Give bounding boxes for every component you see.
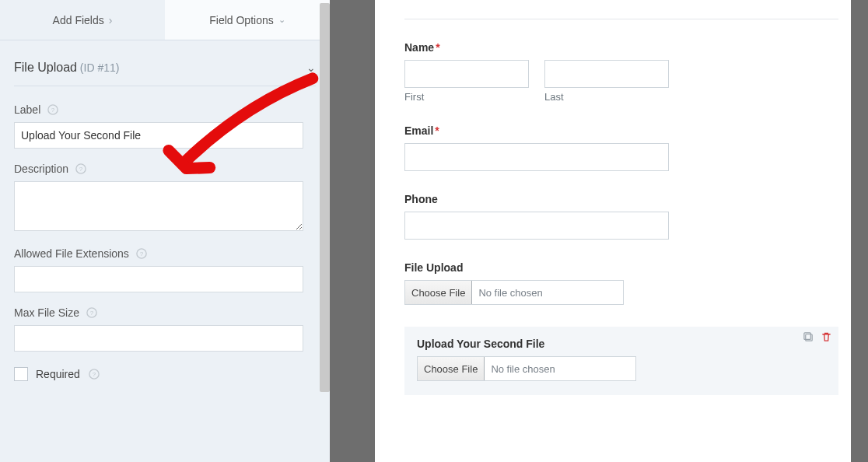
help-icon[interactable]: ? xyxy=(47,103,59,116)
tab-add-fields-label: Add Fields xyxy=(53,14,104,26)
svg-text:?: ? xyxy=(93,371,96,378)
svg-text:?: ? xyxy=(90,310,94,317)
max-size-label: Max File Size xyxy=(14,306,79,319)
help-icon[interactable]: ? xyxy=(86,306,98,319)
form-preview: Name* First Last Email* Phone xyxy=(375,0,868,462)
file2-status: No file chosen xyxy=(485,363,555,375)
group-label: Label ? xyxy=(14,103,316,149)
last-name-input[interactable] xyxy=(544,60,669,88)
file1-status: No file chosen xyxy=(472,287,542,299)
field-options-body: File Upload (ID #11) ⌄ Label ? Descripti… xyxy=(0,40,330,397)
required-asterisk: * xyxy=(436,41,439,54)
field-type-title: File Upload xyxy=(14,61,77,74)
chevron-down-icon: ⌄ xyxy=(278,15,285,25)
required-asterisk: * xyxy=(435,124,439,137)
help-icon[interactable]: ? xyxy=(88,368,100,380)
email-input[interactable] xyxy=(404,143,669,171)
field-phone: Phone xyxy=(404,193,838,240)
required-label: Required xyxy=(36,368,80,380)
file2-choose-button[interactable]: Choose File xyxy=(418,357,485,380)
required-row: Required ? xyxy=(14,367,316,381)
help-icon[interactable]: ? xyxy=(75,163,87,175)
phone-input[interactable] xyxy=(404,212,669,240)
file1-picker[interactable]: Choose File No file chosen xyxy=(404,280,624,305)
field-id: (ID #11) xyxy=(80,61,120,74)
description-label: Description xyxy=(14,163,68,175)
field-email: Email* xyxy=(404,124,838,171)
field-file-upload-1: File Upload Choose File No file chosen xyxy=(404,261,838,305)
field-name: Name* First Last xyxy=(404,41,838,103)
svg-text:?: ? xyxy=(140,250,144,257)
label-label: Label xyxy=(14,103,40,116)
field-title-wrap: File Upload (ID #11) xyxy=(14,61,119,75)
svg-text:?: ? xyxy=(51,107,55,114)
group-description: Description ? xyxy=(14,163,316,233)
field-header[interactable]: File Upload (ID #11) ⌄ xyxy=(14,40,316,86)
help-icon[interactable]: ? xyxy=(135,247,148,260)
svg-text:?: ? xyxy=(79,166,83,173)
duplicate-icon[interactable] xyxy=(803,331,814,345)
email-label-text: Email xyxy=(404,124,433,137)
preview-scrollbar[interactable] xyxy=(851,0,868,462)
group-max-size: Max File Size ? xyxy=(14,306,316,352)
panel-divider xyxy=(330,0,375,462)
field-file-upload-2-selected[interactable]: Upload Your Second File Choose File No f… xyxy=(404,327,838,395)
delete-icon[interactable] xyxy=(821,331,832,345)
file1-choose-button[interactable]: Choose File xyxy=(405,281,472,304)
app-root: Add Fields › Field Options ⌄ File Upload… xyxy=(0,0,868,462)
sidebar-scrollbar[interactable] xyxy=(320,3,330,392)
sidebar-tabs: Add Fields › Field Options ⌄ xyxy=(0,0,330,40)
email-label: Email* xyxy=(404,124,838,137)
first-sublabel: First xyxy=(404,91,529,103)
chevron-right-icon: › xyxy=(109,14,113,26)
collapse-icon[interactable]: ⌄ xyxy=(306,61,316,74)
group-allowed-ext: Allowed File Extensions ? xyxy=(14,247,316,292)
tab-add-fields[interactable]: Add Fields › xyxy=(0,0,165,40)
name-label: Name* xyxy=(404,41,838,54)
phone-label: Phone xyxy=(404,193,838,205)
file2-picker[interactable]: Choose File No file chosen xyxy=(417,356,636,381)
description-input[interactable] xyxy=(14,181,303,231)
tab-field-options-label: Field Options xyxy=(209,14,273,26)
required-checkbox[interactable] xyxy=(14,367,28,381)
first-name-input[interactable] xyxy=(404,60,529,88)
sidebar-panel: Add Fields › Field Options ⌄ File Upload… xyxy=(0,0,330,462)
file2-label: Upload Your Second File xyxy=(417,338,826,350)
file1-label: File Upload xyxy=(404,261,838,274)
label-input[interactable] xyxy=(14,122,303,149)
last-sublabel: Last xyxy=(544,91,669,103)
max-size-input[interactable] xyxy=(14,325,303,352)
allowed-ext-label: Allowed File Extensions xyxy=(14,247,129,260)
name-label-text: Name xyxy=(404,41,434,54)
tab-field-options[interactable]: Field Options ⌄ xyxy=(165,0,330,40)
preview-top-divider xyxy=(404,19,838,19)
allowed-ext-input[interactable] xyxy=(14,266,303,292)
